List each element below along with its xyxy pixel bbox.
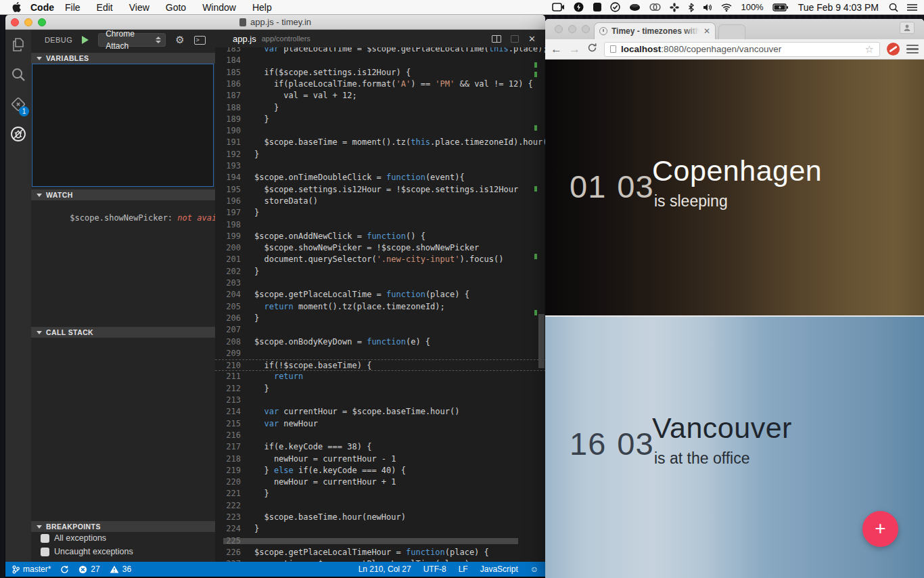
evernote-icon[interactable] (593, 2, 601, 12)
code-line[interactable]: 211 return (215, 371, 545, 382)
code-line[interactable]: 223 $scope.baseTime.hour(newHour) (215, 512, 545, 523)
reload-button[interactable] (587, 43, 597, 55)
code-line[interactable]: 185 if($scope.settings.is12Hour) { (215, 67, 545, 79)
git-branch-indicator[interactable]: master* (12, 564, 51, 574)
screen-record-icon[interactable] (552, 3, 565, 12)
back-button[interactable]: ← (551, 43, 562, 55)
code-line[interactable]: 205 return moment().tz(place.timezoneId)… (215, 301, 545, 313)
code-line[interactable]: 222 (215, 500, 545, 512)
callstack-section-header[interactable]: CALL STACK (31, 327, 215, 338)
code-line[interactable]: 194$scope.onTimeDoubleClick = function(e… (215, 172, 545, 183)
flash-icon[interactable] (574, 2, 584, 12)
code-line[interactable]: 190 (215, 125, 545, 137)
editor-horizontal-scrollbar[interactable] (223, 538, 518, 544)
code-line[interactable]: 199$scope.onAddNewClick = function() { (215, 231, 545, 242)
notification-center-icon[interactable] (907, 3, 917, 12)
code-line[interactable]: 208$scope.onBodyKeyDown = function(e) { (215, 336, 545, 348)
menu-clock[interactable]: Tue Feb 9 4:03 PM (797, 2, 880, 13)
tab-close-icon[interactable]: ✕ (703, 26, 710, 36)
tab-appjs[interactable]: app.js (233, 34, 256, 44)
breakpoint-all-exceptions[interactable]: All exceptions (41, 533, 106, 543)
vscode-titlebar[interactable]: app.js - timey.in (5, 15, 545, 30)
code-line[interactable]: 226$scope.getPlaceLocalTimeHour = functi… (215, 547, 545, 558)
code-line[interactable]: 183 var placeLocalTime = $scope.getPlace… (215, 47, 545, 55)
code-line[interactable]: 216 (215, 430, 545, 441)
debug-console-icon[interactable]: > (194, 36, 206, 45)
extension-button[interactable] (887, 43, 900, 55)
warning-count[interactable]: 36 (110, 564, 131, 574)
source-control-icon[interactable]: 1 (5, 89, 31, 119)
editor-vertical-scrollbar[interactable] (538, 314, 545, 368)
url-text[interactable]: localhost:8080/copenhagen/vancouver (621, 44, 860, 54)
city-time[interactable]: 0103 (570, 168, 654, 205)
code-line[interactable]: 204$scope.getPlaceLocalTime = function(p… (215, 289, 545, 301)
profile-button[interactable] (900, 22, 915, 34)
code-line[interactable]: 213 (215, 395, 545, 406)
cursor-position[interactable]: Ln 210, Col 27 (359, 564, 411, 574)
code-line[interactable]: 200 $scope.showNewPicker = !$scope.showN… (215, 242, 545, 254)
volume-icon[interactable] (703, 3, 712, 12)
code-line[interactable]: 196 storeData() (215, 196, 545, 207)
eol[interactable]: LF (459, 564, 468, 574)
code-line[interactable]: 215 var newHour (215, 418, 545, 430)
encoding[interactable]: UTF-8 (423, 564, 446, 574)
feedback-smiley-icon[interactable]: ☺ (530, 564, 538, 574)
code-line[interactable]: 202} (215, 266, 545, 277)
code-line[interactable]: 188 } (215, 102, 545, 114)
code-line[interactable]: 212 } (215, 383, 545, 395)
code-line[interactable]: 191 $scope.baseTime = moment().tz(this.p… (215, 137, 545, 148)
apple-menu-icon[interactable] (12, 2, 21, 12)
open-preview-icon[interactable] (511, 35, 519, 43)
breakpoints-section-header[interactable]: BREAKPOINTS (31, 521, 215, 532)
code-line[interactable]: 197} (215, 207, 545, 219)
sync-indicator[interactable] (60, 565, 69, 574)
code-line[interactable]: 221 } (215, 488, 545, 499)
code-line[interactable]: 201 document.querySelector('.new-city-in… (215, 254, 545, 265)
code-line[interactable]: 219 } else if(e.keyCode === 40) { (215, 465, 545, 476)
chrome-menu-icon[interactable] (906, 45, 919, 54)
code-line[interactable]: 214 var currentHour = $scope.baseTime.ho… (215, 406, 545, 418)
code-line[interactable]: 192} (215, 149, 545, 160)
menu-window[interactable]: Window (194, 2, 244, 13)
code-line[interactable]: 224} (215, 523, 545, 535)
code-line[interactable]: 217 if(e.keyCode === 38) { (215, 441, 545, 453)
variables-panel[interactable] (32, 64, 214, 187)
code-line[interactable]: 209 (215, 348, 545, 359)
close-window-button[interactable] (555, 25, 563, 33)
code-line[interactable]: 198 (215, 219, 545, 231)
menu-file[interactable]: File (57, 2, 89, 13)
zoom-window-button[interactable] (582, 25, 590, 33)
menu-goto[interactable]: Goto (158, 2, 194, 13)
watch-section-header[interactable]: WATCH (31, 190, 215, 200)
code-line[interactable]: 187 val = val + 12; (215, 90, 545, 102)
explorer-icon[interactable] (5, 30, 31, 60)
code-lines[interactable]: 183 var placeLocalTime = $scope.getPlace… (215, 47, 545, 562)
code-line[interactable]: 186 if(placeLocalTime.format('A') == 'PM… (215, 79, 545, 90)
watch-expression[interactable]: $scope.showNewPicker: not available (41, 204, 215, 232)
city-time[interactable]: 1603 (570, 425, 654, 462)
spotlight-icon[interactable] (889, 3, 898, 12)
creative-cloud-icon[interactable] (649, 3, 661, 12)
code-line[interactable]: 193 (215, 160, 545, 172)
new-tab-button[interactable] (718, 24, 745, 39)
close-editor-icon[interactable]: ✕ (528, 35, 536, 43)
code-line[interactable]: 189 } (215, 114, 545, 125)
code-line[interactable]: 220 newHour = currentHour + 1 (215, 476, 545, 488)
add-city-fab[interactable]: + (862, 511, 898, 547)
split-editor-icon[interactable] (492, 35, 501, 43)
debug-settings-gear-icon[interactable]: ⚙ (175, 34, 184, 46)
code-line[interactable]: 207 (215, 324, 545, 336)
debug-start-button[interactable] (82, 36, 89, 44)
checkbox-icon[interactable] (41, 548, 49, 556)
code-line[interactable]: 206} (215, 313, 545, 324)
minimize-window-button[interactable] (568, 25, 576, 33)
pinwheel-icon[interactable] (670, 3, 679, 12)
debug-config-dropdown[interactable]: Chrome Attach (98, 33, 166, 47)
menu-view[interactable]: View (121, 2, 158, 13)
browser-tab-timey[interactable]: Timey - timezones with a h ✕ (594, 22, 716, 39)
code-line[interactable]: 184 (215, 55, 545, 66)
language-mode[interactable]: JavaScript (480, 564, 518, 574)
search-icon[interactable] (5, 60, 31, 89)
bluetooth-icon[interactable] (688, 3, 694, 12)
bookmark-star-icon[interactable]: ☆ (865, 43, 874, 55)
